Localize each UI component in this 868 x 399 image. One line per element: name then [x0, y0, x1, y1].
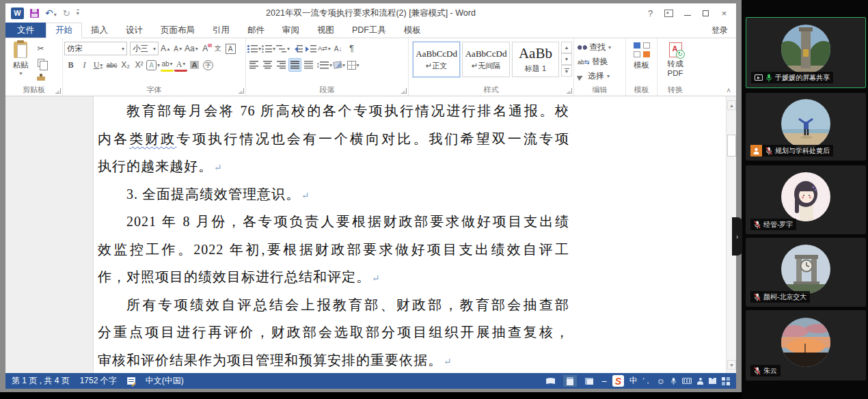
tab-template[interactable]: 模板: [395, 23, 430, 38]
distribute-button[interactable]: [302, 58, 315, 72]
borders-button[interactable]: ▾: [347, 58, 360, 72]
paragraph-dialog-launcher[interactable]: [401, 88, 407, 94]
restore-button[interactable]: [696, 5, 715, 21]
collapse-ribbon-icon[interactable]: ˄: [727, 87, 731, 94]
styles-dialog-launcher[interactable]: [567, 88, 572, 94]
asian-layout-button[interactable]: A⇄▾: [318, 42, 331, 55]
highlight-color-button[interactable]: ab▾: [161, 58, 174, 72]
word-count-status[interactable]: 1752 个字: [80, 375, 117, 387]
redo-icon[interactable]: ↻: [63, 9, 70, 18]
decrease-indent-button[interactable]: [290, 42, 303, 55]
paste-button[interactable]: 粘贴 ▾: [7, 40, 34, 85]
enclose-characters-button[interactable]: 字: [202, 58, 215, 72]
text-effects-icon[interactable]: A▾: [146, 58, 160, 72]
increase-indent-button[interactable]: [304, 42, 317, 55]
read-mode-button[interactable]: [544, 375, 558, 387]
justify-button[interactable]: [288, 58, 301, 72]
ribbon-display-button[interactable]: [660, 5, 678, 21]
word-app-icon[interactable]: W: [11, 8, 24, 19]
italic-button[interactable]: I: [78, 58, 91, 72]
proofing-status[interactable]: [127, 377, 135, 385]
title-bar[interactable]: 2021年双一流专项执行要求和流程(2) [兼容模式] - Word W ↶▾ …: [5, 3, 736, 23]
document-area[interactable]: 教育部每月会将 76 所高校的各个专项执行情况进行排名通报。校 内各类财政专项执…: [5, 96, 736, 373]
sidebar-collapse-handle[interactable]: ›: [732, 217, 742, 256]
style-no-spacing[interactable]: AaBbCcDd ↵无间隔: [462, 42, 509, 77]
tab-layout[interactable]: 页面布局: [152, 23, 204, 38]
font-name-combo[interactable]: 仿宋▾: [64, 42, 127, 55]
ime-skin-icon[interactable]: [709, 378, 716, 384]
sort-button[interactable]: A↓: [331, 42, 344, 55]
align-center-button[interactable]: [261, 58, 274, 72]
ime-toolbox-icon[interactable]: [722, 377, 730, 385]
ime-language-mode[interactable]: 中: [629, 375, 638, 387]
styles-scroll-down[interactable]: ▼: [561, 53, 572, 65]
tab-references[interactable]: 引用: [204, 23, 239, 38]
sogou-ime-icon[interactable]: S: [612, 375, 624, 387]
help-button[interactable]: ?: [641, 5, 660, 21]
ime-account-icon[interactable]: [697, 378, 703, 385]
clear-formatting-icon[interactable]: A: [199, 42, 212, 55]
show-hide-marks-button[interactable]: ¶: [345, 42, 358, 55]
close-button[interactable]: ×: [715, 5, 733, 21]
zoom-out-button[interactable]: −: [601, 376, 607, 387]
tab-home[interactable]: 开始: [46, 23, 82, 38]
shrink-font-icon[interactable]: A▼: [173, 42, 184, 55]
character-border-icon[interactable]: A: [224, 42, 237, 55]
ime-emoji-icon[interactable]: ☺: [657, 376, 665, 386]
scroll-up-button[interactable]: ▲: [727, 100, 736, 110]
bold-button[interactable]: B: [64, 58, 77, 72]
numbering-button[interactable]: ▾: [262, 42, 275, 55]
ime-voice-icon[interactable]: [670, 377, 677, 385]
grow-font-icon[interactable]: A▲: [159, 42, 172, 55]
style-heading1[interactable]: AaBb 标题 1: [512, 42, 559, 77]
superscript-button[interactable]: X²: [133, 58, 146, 72]
tab-mailings[interactable]: 邮件: [239, 23, 273, 38]
save-icon[interactable]: [30, 9, 39, 18]
sign-in-link[interactable]: 登录: [711, 23, 736, 38]
print-layout-button[interactable]: [563, 375, 577, 387]
shading-button[interactable]: ▾: [333, 58, 346, 72]
align-right-button[interactable]: [275, 58, 288, 72]
template-button[interactable]: 模板: [627, 40, 655, 70]
tab-design[interactable]: 设计: [117, 23, 152, 38]
participant-tile[interactable]: 朱云: [746, 310, 866, 381]
document-body[interactable]: 教育部每月会将 76 所高校的各个专项执行情况进行排名通报。校 内各类财政专项执…: [98, 97, 569, 373]
font-color-button[interactable]: A▾: [174, 58, 187, 72]
participant-tile-sharing[interactable]: 于媛媛的屏幕共享: [746, 17, 866, 88]
font-size-combo[interactable]: 小三▾: [130, 42, 159, 55]
strikethrough-button[interactable]: abc: [105, 58, 118, 72]
align-left-button[interactable]: [247, 58, 260, 72]
line-spacing-button[interactable]: ↕▾: [316, 58, 332, 72]
tab-insert[interactable]: 插入: [82, 23, 117, 38]
minimize-button[interactable]: [678, 5, 696, 21]
multilevel-list-button[interactable]: ▾: [276, 42, 290, 55]
ime-keyboard-icon[interactable]: [682, 378, 692, 384]
select-button[interactable]: 选择 ▾: [578, 69, 624, 83]
convert-to-pdf-button[interactable]: 转成 PDF: [659, 40, 692, 77]
change-case-icon[interactable]: Aa▾: [185, 42, 198, 55]
subscript-button[interactable]: X₂: [119, 58, 132, 72]
styles-scroll-up[interactable]: ▲: [561, 42, 572, 53]
replace-button[interactable]: ab⇆ 替换: [578, 55, 624, 69]
clipboard-dialog-launcher[interactable]: [55, 88, 61, 94]
tab-view[interactable]: 视图: [308, 23, 343, 38]
tab-file[interactable]: 文件: [5, 23, 46, 38]
phonetic-guide-icon[interactable]: 文: [213, 42, 223, 55]
ime-punctuation-icon[interactable]: '，: [643, 376, 651, 386]
style-normal[interactable]: AaBbCcDd ↵正文: [413, 42, 460, 77]
participant-tile[interactable]: 颜柯-北京交大: [746, 238, 866, 307]
tab-pdf-tools[interactable]: PDF工具: [343, 23, 395, 38]
scrollbar-thumb[interactable]: [727, 135, 736, 156]
undo-button[interactable]: ↶▾: [45, 7, 57, 19]
find-button[interactable]: 查找 ▾: [578, 40, 624, 55]
styles-more-button[interactable]: ▼: [561, 65, 572, 77]
copy-icon[interactable]: [34, 56, 47, 70]
participant-tile[interactable]: 规划与学科处黄后: [746, 93, 866, 161]
customize-qat-icon[interactable]: ▾: [77, 10, 79, 16]
participant-tile[interactable]: 经管-罗宇: [746, 165, 866, 234]
language-status[interactable]: 中文(中国): [146, 375, 184, 387]
bullets-button[interactable]: ▾: [247, 42, 261, 55]
character-shading-button[interactable]: A: [188, 58, 201, 72]
page-number-status[interactable]: 第 1 页 , 共 4 页: [12, 375, 70, 387]
font-dialog-launcher[interactable]: [239, 88, 244, 94]
